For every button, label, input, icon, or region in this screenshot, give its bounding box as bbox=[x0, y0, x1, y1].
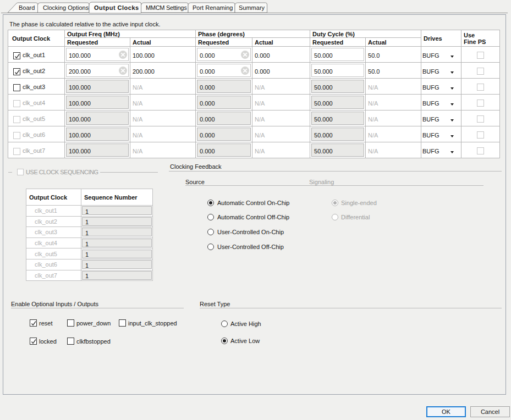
svg-text:Clocking Options: Clocking Options bbox=[43, 4, 89, 11]
svg-text:MMCM Settings: MMCM Settings bbox=[146, 4, 187, 11]
svg-text:Board: Board bbox=[19, 4, 35, 11]
svg-text:Summary: Summary bbox=[239, 4, 265, 11]
svg-text:Port Renaming: Port Renaming bbox=[193, 4, 233, 11]
svg-text:Output Clocks: Output Clocks bbox=[94, 4, 139, 11]
